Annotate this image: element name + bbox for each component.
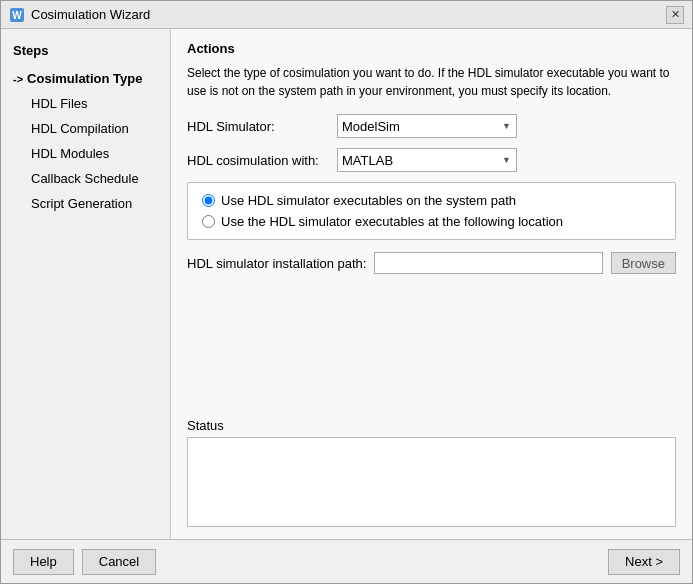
footer: Help Cancel Next > [1, 539, 692, 583]
sidebar-header: Steps [1, 37, 170, 66]
cosimulation-wizard-window: W Cosimulation Wizard ✕ Steps -> Cosimul… [0, 0, 693, 584]
sidebar-label-script-generation: Script Generation [13, 196, 132, 211]
radio-system-path-label[interactable]: Use HDL simulator executables on the sys… [221, 193, 516, 208]
title-bar-left: W Cosimulation Wizard [9, 7, 150, 23]
sidebar-item-hdl-files[interactable]: HDL Files [1, 91, 170, 116]
actions-description: Select the type of cosimulation you want… [187, 64, 676, 100]
sidebar-label-callback-schedule: Callback Schedule [13, 171, 139, 186]
radio-custom-path-row: Use the HDL simulator executables at the… [202, 214, 661, 229]
status-label: Status [187, 418, 676, 433]
main-panel: Actions Select the type of cosimulation … [171, 29, 692, 539]
active-arrow: -> [13, 73, 23, 85]
sidebar-item-hdl-modules[interactable]: HDL Modules [1, 141, 170, 166]
radio-custom-path-label[interactable]: Use the HDL simulator executables at the… [221, 214, 563, 229]
sidebar: Steps -> Cosimulation Type HDL Files HDL… [1, 29, 171, 539]
help-button[interactable]: Help [13, 549, 74, 575]
hdl-cosim-label: HDL cosimulation with: [187, 153, 337, 168]
path-row: HDL simulator installation path: Browse [187, 252, 676, 274]
radio-custom-path[interactable] [202, 215, 215, 228]
sidebar-item-script-generation[interactable]: Script Generation [1, 191, 170, 216]
sidebar-label-hdl-files: HDL Files [13, 96, 88, 111]
radio-system-path-row: Use HDL simulator executables on the sys… [202, 193, 661, 208]
title-bar: W Cosimulation Wizard ✕ [1, 1, 692, 29]
sidebar-item-hdl-compilation[interactable]: HDL Compilation [1, 116, 170, 141]
svg-text:W: W [12, 10, 22, 21]
path-input[interactable] [374, 252, 602, 274]
content-area: Steps -> Cosimulation Type HDL Files HDL… [1, 29, 692, 539]
hdl-cosim-select[interactable]: MATLAB [337, 148, 517, 172]
close-button[interactable]: ✕ [666, 6, 684, 24]
path-radio-group: Use HDL simulator executables on the sys… [187, 182, 676, 240]
hdl-cosim-row: HDL cosimulation with: MATLAB [187, 148, 676, 172]
sidebar-item-cosimulation-type[interactable]: -> Cosimulation Type [1, 66, 170, 91]
sidebar-label-hdl-compilation: HDL Compilation [13, 121, 129, 136]
radio-system-path[interactable] [202, 194, 215, 207]
browse-button[interactable]: Browse [611, 252, 676, 274]
window-title: Cosimulation Wizard [31, 7, 150, 22]
actions-header: Actions [187, 41, 676, 56]
sidebar-item-callback-schedule[interactable]: Callback Schedule [1, 166, 170, 191]
next-button[interactable]: Next > [608, 549, 680, 575]
path-label: HDL simulator installation path: [187, 256, 366, 271]
hdl-cosim-select-wrapper: MATLAB [337, 148, 517, 172]
status-box [187, 437, 676, 527]
wizard-icon: W [9, 7, 25, 23]
hdl-simulator-select[interactable]: ModelSim [337, 114, 517, 138]
cancel-button[interactable]: Cancel [82, 549, 156, 575]
hdl-simulator-row: HDL Simulator: ModelSim [187, 114, 676, 138]
sidebar-label-cosimulation-type: Cosimulation Type [27, 71, 142, 86]
hdl-simulator-select-wrapper: ModelSim [337, 114, 517, 138]
hdl-simulator-label: HDL Simulator: [187, 119, 337, 134]
sidebar-label-hdl-modules: HDL Modules [13, 146, 109, 161]
status-section: Status [187, 418, 676, 527]
